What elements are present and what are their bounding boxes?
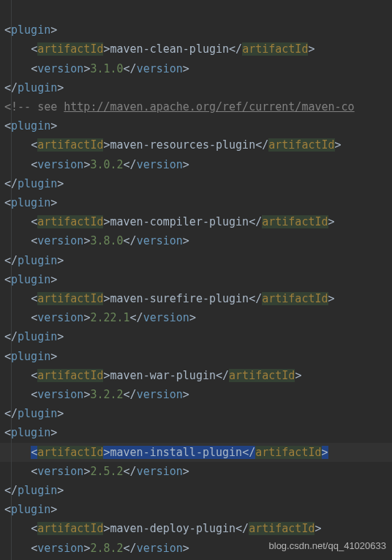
plugin-close: </plugin> bbox=[4, 484, 64, 497]
plugin-open: <plugin> bbox=[4, 119, 57, 132]
artifact-value: maven-surefire-plugin bbox=[110, 292, 249, 305]
artifact-value: maven-install-plugin bbox=[110, 446, 243, 459]
artifact-open: <artifactId> bbox=[31, 369, 110, 382]
version-open: <version> bbox=[31, 465, 90, 478]
version-value: 2.8.2 bbox=[90, 542, 123, 555]
artifact-open: <artifactId> bbox=[31, 215, 110, 228]
artifact-close: </artifactId> bbox=[216, 369, 301, 382]
version-open: <version> bbox=[31, 388, 90, 401]
version-value: 2.5.2 bbox=[90, 465, 123, 478]
artifact-value: maven-war-plugin bbox=[110, 369, 216, 382]
code-block: <plugin> <artifactId>maven-clean-plugin<… bbox=[0, 0, 392, 560]
artifact-value: maven-clean-plugin bbox=[110, 42, 230, 56]
plugin-close: </plugin> bbox=[4, 254, 64, 267]
gutter-line bbox=[11, 0, 12, 560]
plugin-close: </plugin> bbox=[4, 330, 64, 343]
artifact-value: maven-resources-plugin bbox=[110, 138, 256, 152]
selection: <artifactId>maven-install-plugin</artifa… bbox=[31, 446, 328, 459]
version-open: <version> bbox=[31, 62, 90, 75]
version-value: 2.22.1 bbox=[90, 311, 129, 324]
artifact-close: </artifactId> bbox=[255, 138, 341, 152]
artifact-open: <artifactId> bbox=[31, 138, 110, 152]
version-close: </version> bbox=[124, 542, 189, 555]
version-close: </version> bbox=[124, 465, 189, 478]
version-close: </version> bbox=[124, 388, 189, 401]
artifact-close: </artifactId> bbox=[235, 522, 321, 535]
plugin-open: <plugin> bbox=[4, 196, 57, 209]
artifact-open: <artifactId> bbox=[31, 522, 110, 535]
comment-url[interactable]: http://maven.apache.org/ref/current/mave… bbox=[64, 100, 354, 113]
version-open: <version> bbox=[31, 158, 90, 171]
selected-line[interactable]: <artifactId>maven-install-plugin</artifa… bbox=[0, 443, 392, 462]
version-value: 3.2.2 bbox=[90, 388, 123, 401]
plugin-close: </plugin> bbox=[4, 407, 64, 420]
plugin-open: <plugin> bbox=[4, 426, 57, 439]
plugin-open: <plugin> bbox=[4, 503, 57, 516]
artifact-close: </artifactId> bbox=[249, 292, 334, 305]
version-close: </version> bbox=[124, 62, 189, 75]
version-value: 3.8.0 bbox=[90, 234, 123, 247]
artifact-value: maven-deploy-plugin bbox=[110, 522, 236, 535]
artifact-open: <artifactId> bbox=[31, 42, 110, 56]
watermark: blog.csdn.net/qq_41020633 bbox=[269, 537, 386, 556]
version-close: </version> bbox=[124, 158, 189, 171]
plugin-close: </plugin> bbox=[4, 177, 64, 190]
version-open: <version> bbox=[31, 311, 90, 324]
artifact-close: </artifactId> bbox=[249, 215, 334, 228]
version-open: <version> bbox=[31, 542, 90, 555]
version-close: </version> bbox=[124, 234, 189, 247]
version-open: <version> bbox=[31, 234, 90, 247]
plugin-open: <plugin> bbox=[4, 23, 57, 37]
comment-line: <!-- see http://maven.apache.org/ref/cur… bbox=[4, 100, 355, 113]
artifact-value: maven-compiler-plugin bbox=[110, 215, 249, 228]
plugin-open: <plugin> bbox=[4, 273, 57, 286]
version-value: 3.0.2 bbox=[90, 158, 123, 171]
artifact-open: <artifactId> bbox=[31, 292, 110, 305]
plugin-close: </plugin> bbox=[4, 81, 64, 94]
version-close: </version> bbox=[130, 311, 196, 324]
artifact-close: </artifactId> bbox=[229, 42, 314, 56]
plugin-open: <plugin> bbox=[4, 350, 57, 363]
version-value: 3.1.0 bbox=[90, 62, 123, 75]
